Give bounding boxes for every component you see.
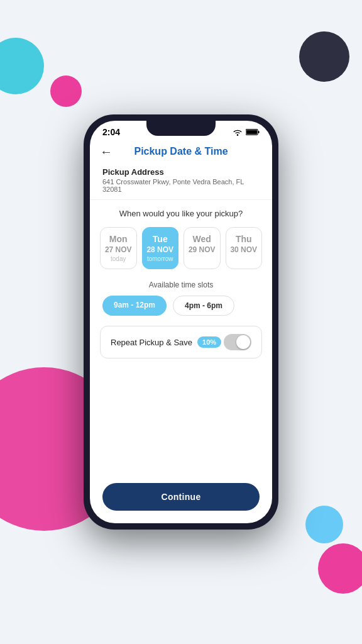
repeat-pickup-row: Repeat Pickup & Save 10% <box>100 326 262 358</box>
continue-button[interactable]: Continue <box>102 483 260 511</box>
continue-button-wrap: Continue <box>90 477 272 523</box>
svg-rect-1 <box>258 131 259 133</box>
time-slots: 9am - 12pm 4pm - 6pm <box>90 296 272 326</box>
wifi-icon <box>233 128 243 136</box>
day-card-thu[interactable]: Thu 30 NOV <box>226 227 263 269</box>
phone-notch <box>146 121 216 136</box>
time-slot-morning[interactable]: 9am - 12pm <box>102 296 167 316</box>
repeat-pickup-toggle[interactable] <box>224 334 251 350</box>
page-title: Pickup Date & Time <box>134 146 228 157</box>
day-num-thu: 30 NOV <box>230 245 257 254</box>
day-num-wed: 29 NOV <box>189 245 216 254</box>
bg-circle-dark-top <box>299 31 349 82</box>
day-card-mon[interactable]: Mon 27 NOV today <box>100 227 137 269</box>
bg-circle-teal <box>0 38 44 94</box>
day-card-wed[interactable]: Wed 29 NOV <box>184 227 221 269</box>
pickup-question: When would you like your pickup? <box>90 200 272 225</box>
bg-circle-pink-bottom <box>318 543 362 594</box>
address-section: Pickup Address 641 Crosswater Pkwy, Pont… <box>90 162 272 200</box>
app-content: ← Pickup Date & Time Pickup Address 641 … <box>90 140 272 523</box>
day-sub-mon: today <box>111 255 126 262</box>
time-slots-label: Available time slots <box>90 278 272 296</box>
page-header: ← Pickup Date & Time <box>90 140 272 162</box>
day-num-tue: 28 NOV <box>146 245 173 254</box>
time-slot-afternoon[interactable]: 4pm - 6pm <box>173 296 234 316</box>
toggle-knob <box>236 335 250 349</box>
discount-badge: 10% <box>197 336 221 348</box>
svg-rect-2 <box>246 130 257 135</box>
day-sub-tue: tomorrow <box>147 255 173 262</box>
day-name-thu: Thu <box>236 234 252 244</box>
address-label: Pickup Address <box>102 167 260 177</box>
day-num-mon: 27 NOV <box>105 245 132 254</box>
repeat-pickup-text: Repeat Pickup & Save <box>111 338 192 347</box>
battery-icon <box>246 128 260 136</box>
phone-screen: 2:04 ← Pickup Date & Time <box>90 121 272 523</box>
bg-circle-pink-top <box>50 75 82 107</box>
day-name-tue: Tue <box>153 234 168 244</box>
back-button[interactable]: ← <box>100 145 112 159</box>
day-card-tue[interactable]: Tue 28 NOV tomorrow <box>142 227 179 269</box>
address-value: 641 Crosswater Pkwy, Ponte Vedra Beach, … <box>102 178 260 193</box>
bg-circle-blue-bottom <box>305 506 343 543</box>
day-name-wed: Wed <box>193 234 211 244</box>
phone-shell: 2:04 ← Pickup Date & Time <box>84 114 278 530</box>
status-time: 2:04 <box>102 127 120 137</box>
status-icons <box>233 128 260 136</box>
content-spacer <box>90 369 272 477</box>
day-selector: Mon 27 NOV today Tue 28 NOV tomorrow Wed… <box>90 225 272 278</box>
day-name-mon: Mon <box>109 234 128 244</box>
